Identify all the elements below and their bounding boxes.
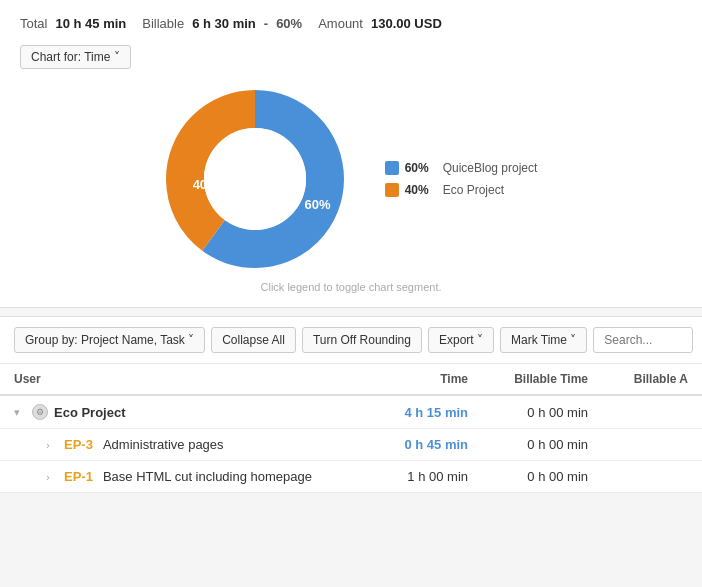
legend-label-orange: Eco Project <box>443 183 504 197</box>
task-name-ep1: Base HTML cut including homepage <box>103 469 312 484</box>
row-time-ep1: 1 h 00 min <box>348 469 468 484</box>
legend-pct-blue: 60% <box>405 161 437 175</box>
group-by-button[interactable]: Group by: Project Name, Task ˅ <box>14 327 205 353</box>
chart-area: 40% 60% 60% QuiceBlog project 40% Eco Pr… <box>20 79 682 275</box>
task-id-ep1: EP-1 <box>64 469 93 484</box>
legend-pct-orange: 40% <box>405 183 437 197</box>
header-billable-time: Billable Time <box>468 372 588 386</box>
row-billable-time-ep1: 0 h 00 min <box>468 469 588 484</box>
summary-bar: Total 10 h 45 min Billable 6 h 30 min - … <box>20 16 682 31</box>
legend-color-blue <box>385 161 399 175</box>
chart-controls: Chart for: Time ˅ <box>20 45 682 69</box>
total-label: Total <box>20 16 47 31</box>
row-user-ep3: › EP-3 Administrative pages <box>14 437 348 452</box>
legend-item-blue[interactable]: 60% QuiceBlog project <box>385 161 538 175</box>
header-time: Time <box>348 372 468 386</box>
turn-off-rounding-button[interactable]: Turn Off Rounding <box>302 327 422 353</box>
row-time-eco: 4 h 15 min <box>348 405 468 420</box>
task-id-ep3: EP-3 <box>64 437 93 452</box>
expand-icon-ep1[interactable]: › <box>46 471 58 483</box>
export-button[interactable]: Export ˅ <box>428 327 494 353</box>
legend-item-orange[interactable]: 40% Eco Project <box>385 183 538 197</box>
task-name-ep3: Administrative pages <box>103 437 224 452</box>
table-row: › EP-1 Base HTML cut including homepage … <box>0 461 702 493</box>
expand-icon-ep3[interactable]: › <box>46 439 58 451</box>
row-user-eco: ▾ ⚙ Eco Project <box>14 404 348 420</box>
legend-label-blue: QuiceBlog project <box>443 161 538 175</box>
toolbar: Group by: Project Name, Task ˅ Collapse … <box>0 317 702 364</box>
chart-legend: 60% QuiceBlog project 40% Eco Project <box>385 161 538 197</box>
row-time-ep3: 0 h 45 min <box>348 437 468 452</box>
donut-svg <box>165 89 345 269</box>
table-row: ▾ ⚙ Eco Project 4 h 15 min 0 h 00 min <box>0 396 702 429</box>
amount-label: Amount <box>318 16 363 31</box>
total-value: 10 h 45 min <box>55 16 126 31</box>
row-billable-time-ep3: 0 h 00 min <box>468 437 588 452</box>
row-billable-time-eco: 0 h 00 min <box>468 405 588 420</box>
donut-label-40: 40% <box>193 177 219 192</box>
billable-pct: 60% <box>276 16 302 31</box>
header-user: User <box>14 372 348 386</box>
legend-color-orange <box>385 183 399 197</box>
billable-sep: - <box>264 16 268 31</box>
collapse-all-button[interactable]: Collapse All <box>211 327 296 353</box>
bottom-section: Group by: Project Name, Task ˅ Collapse … <box>0 316 702 493</box>
row-user-ep1: › EP-1 Base HTML cut including homepage <box>14 469 348 484</box>
project-icon: ⚙ <box>32 404 48 420</box>
header-billable-amount: Billable A <box>588 372 688 386</box>
amount-value: 130.00 USD <box>371 16 442 31</box>
top-section: Total 10 h 45 min Billable 6 h 30 min - … <box>0 0 702 308</box>
chart-footnote: Click legend to toggle chart segment. <box>20 275 682 307</box>
donut-chart: 40% 60% <box>165 89 345 269</box>
chart-for-button[interactable]: Chart for: Time ˅ <box>20 45 131 69</box>
donut-label-60: 60% <box>305 197 331 212</box>
project-name-eco: Eco Project <box>54 405 126 420</box>
billable-value: 6 h 30 min <box>192 16 256 31</box>
billable-label: Billable <box>142 16 184 31</box>
expand-icon[interactable]: ▾ <box>14 406 26 419</box>
table-row: › EP-3 Administrative pages 0 h 45 min 0… <box>0 429 702 461</box>
table-header: User Time Billable Time Billable A <box>0 364 702 396</box>
search-input[interactable] <box>593 327 693 353</box>
mark-time-button[interactable]: Mark Time ˅ <box>500 327 587 353</box>
